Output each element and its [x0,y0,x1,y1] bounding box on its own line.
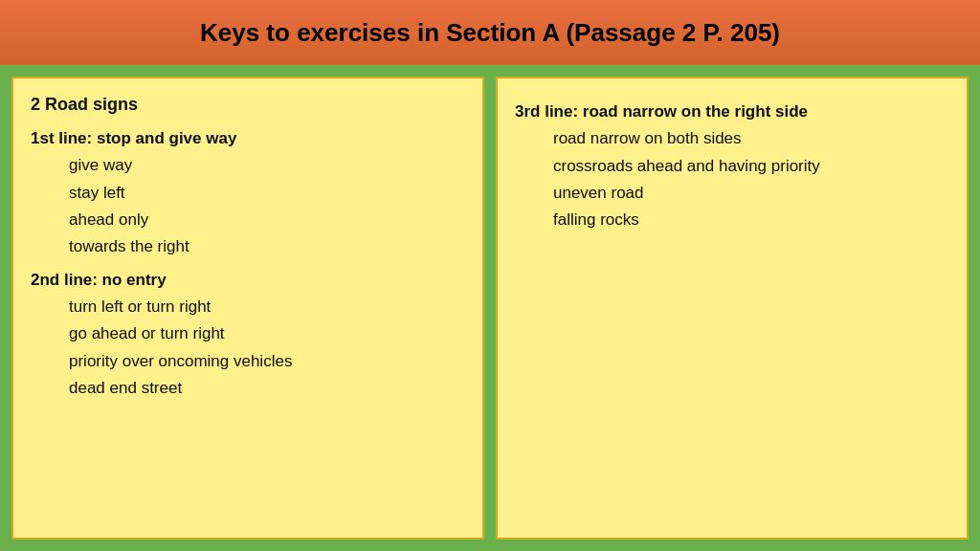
list-item: uneven road [553,181,949,206]
list-item: go ahead or turn right [69,321,465,346]
list-item: crossroads ahead and having priority [553,154,949,179]
line1-header: 1st line: stop and give way [31,126,465,151]
list-item: dead end street [69,376,465,401]
page-header: Keys to exercises in Section A (Passage … [0,0,980,65]
line2-header: 2nd line: no entry [31,268,465,293]
list-item: ahead only [69,208,465,232]
line3-header: 3rd line: road narrow on the right side [515,99,949,124]
list-item: falling rocks [553,208,949,232]
list-item: turn left or turn right [69,295,465,320]
page-title: Keys to exercises in Section A (Passage … [200,18,780,48]
list-item: road narrow on both sides [553,126,949,151]
list-item: stay left [69,181,465,206]
section-title: 2 Road signs [31,92,465,119]
list-item: give way [69,153,465,178]
line1-items: give way stay left ahead only towards th… [31,153,465,259]
left-panel: 2 Road signs 1st line: stop and give way… [11,77,484,540]
line3-items: road narrow on both sides crossroads ahe… [515,126,949,232]
list-item: priority over oncoming vehicles [69,349,465,374]
list-item: towards the right [69,234,465,259]
content-area: 2 Road signs 1st line: stop and give way… [0,65,980,551]
line2-items: turn left or turn right go ahead or turn… [31,295,465,401]
right-panel: 3rd line: road narrow on the right side … [496,77,969,540]
